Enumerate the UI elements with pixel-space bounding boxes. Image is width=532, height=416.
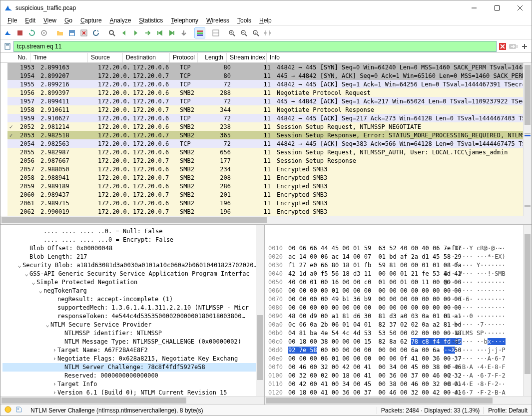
tree-item[interactable]: ⌄Security Blob: a181d63081d3a0030a0101a1…	[2, 261, 264, 270]
expand-icon[interactable]: ›	[51, 355, 57, 363]
tree-item[interactable]: ›Target Name: A67F2BA4E8F2	[2, 346, 264, 355]
close-file-button[interactable]	[78, 27, 89, 38]
packet-row[interactable]: 19562.899397172.20.0.7172.20.0.6SMB22881…	[7, 88, 532, 97]
capture-file-icon[interactable]	[15, 406, 26, 415]
hex-row[interactable]: 00d092 7e 58 00 00 00 00 00 00 00 00 6a …	[268, 346, 529, 355]
packet-row[interactable]: 20602.989437172.20.0.6172.20.0.7SMB22011…	[7, 190, 532, 199]
maximize-button[interactable]	[486, 0, 509, 15]
hex-row[interactable]: 008000 00 00 00 00 00 00 00 00 00 00 00 …	[268, 304, 529, 312]
capture-options-button[interactable]	[38, 27, 49, 38]
tree-item[interactable]: responseToken: 4e544c4d53535000020000001…	[2, 312, 264, 321]
tree-item[interactable]: .... .... .... ...0 = Encrypt: False	[2, 236, 264, 244]
tree-item[interactable]: Blob Length: 217	[2, 253, 264, 261]
hex-row[interactable]: 0030f1 27 e0 66 80 18 01 fb 59 81 00 00 …	[268, 261, 529, 270]
packet-details-pane[interactable]: .... .... .... ..0. = Null: False .... .…	[0, 225, 265, 405]
column-header[interactable]: Source	[88, 53, 123, 62]
packet-row[interactable]: 19532.899163172.20.0.7172.20.0.6TCP80114…	[7, 63, 532, 71]
packet-bytes-pane[interactable]: 001000 06 66 44 45 00 01 59 63 52 40 00 …	[265, 225, 532, 405]
display-filter-input[interactable]	[13, 41, 497, 52]
start-capture-button[interactable]	[2, 27, 13, 38]
hex-row[interactable]: 006000 00 00 00 01 00 00 00 00 00 00 00 …	[268, 287, 529, 295]
tree-item[interactable]: NTLM Server Challenge: 78c8f4fdf5927e58	[2, 363, 264, 372]
hex-row[interactable]: 007000 00 00 00 49 b1 36 b9 00 00 00 00 …	[268, 295, 529, 304]
tree-item[interactable]: Blob Offset: 0x00000048	[2, 244, 264, 253]
packet-row[interactable]: 19542.899207172.20.0.6172.20.0.7TCP80114…	[7, 71, 532, 80]
packet-row[interactable]: 19552.899216172.20.0.7172.20.0.6TCP72114…	[7, 80, 532, 88]
bytes-scrollbar[interactable]	[523, 225, 532, 396]
packet-row[interactable]: 19592.910627172.20.0.7172.20.0.6TCP72114…	[7, 114, 532, 122]
bytes-hscroll[interactable]	[265, 396, 532, 405]
menu-capture[interactable]: Capture	[76, 16, 106, 25]
column-header[interactable]: Protocol	[170, 53, 198, 62]
add-filter-button[interactable]	[520, 41, 530, 51]
menu-statistics[interactable]: Statistics	[135, 16, 167, 25]
go-first-button[interactable]	[154, 27, 165, 38]
collapse-icon[interactable]: ⌄	[37, 287, 43, 295]
packet-list-header[interactable]: No.TimeSourceDestinationProtocolLengthSt…	[0, 53, 532, 63]
clear-filter-button[interactable]	[498, 41, 508, 51]
packet-row[interactable]: 20572.988050172.20.0.7172.20.0.6SMB22341…	[7, 165, 532, 173]
zoom-out-button[interactable]	[238, 27, 249, 38]
go-forward-button[interactable]	[130, 27, 141, 38]
collapse-icon[interactable]: ⌄	[23, 270, 29, 278]
tree-item[interactable]: NTLM Message Type: NTLMSSP_CHALLENGE (0x…	[2, 338, 264, 346]
reload-button[interactable]	[90, 27, 101, 38]
column-header[interactable]: Destination	[123, 53, 170, 62]
hex-row[interactable]: 00a00c 06 0a 2b 06 01 04 01 82 37 02 02 …	[268, 321, 529, 329]
expand-icon[interactable]: ›	[51, 389, 57, 396]
bookmark-filter-icon[interactable]	[2, 41, 12, 51]
tree-item[interactable]: ⌄Simple Protected Negotiation	[2, 278, 264, 287]
column-header[interactable]: Length	[198, 53, 227, 62]
hex-row[interactable]: 001000 06 66 44 45 00 01 59 63 52 40 00 …	[268, 244, 529, 253]
packet-list-body[interactable]: 19532.899163172.20.0.7172.20.0.6TCP80114…	[0, 63, 532, 216]
packet-row[interactable]: ✓20522.981214172.20.0.7172.20.0.6SMB2238…	[7, 122, 532, 131]
find-button[interactable]	[106, 27, 117, 38]
hex-row[interactable]: 012000 18 00 41 00 36 00 37 00 46 00 32 …	[268, 389, 529, 396]
zoom-reset-button[interactable]: 1	[250, 27, 261, 38]
stop-capture-button[interactable]	[14, 27, 25, 38]
tree-item[interactable]: .... .... .... ..0. = Null: False	[2, 227, 264, 236]
expand-icon[interactable]: ›	[51, 380, 57, 389]
tree-item[interactable]: negResult: accept-incomplete (1)	[2, 295, 264, 304]
column-header[interactable]: Stream index	[227, 53, 267, 62]
packet-row[interactable]: 20612.989715172.20.0.7172.20.0.6SMB21961…	[7, 199, 532, 207]
hex-row[interactable]: 00c000 18 00 38 00 00 00 15 82 8a 62 78 …	[268, 338, 529, 346]
apply-filter-button[interactable]	[509, 41, 519, 51]
colorize-button[interactable]	[194, 27, 205, 38]
resize-columns-button[interactable]	[262, 27, 273, 38]
column-header[interactable]: Time	[30, 53, 88, 62]
auto-scroll-button[interactable]	[178, 27, 189, 38]
menu-file[interactable]: File	[3, 16, 21, 25]
tree-item[interactable]: ⌄negTokenTarg	[2, 287, 264, 295]
minimize-button[interactable]	[463, 0, 486, 15]
go-last-button[interactable]	[166, 27, 177, 38]
menu-edit[interactable]: Edit	[21, 16, 39, 25]
packet-row[interactable]: 19572.899411172.20.0.6172.20.0.7TCP72114…	[7, 97, 532, 105]
packet-row[interactable]: 20562.987667172.20.0.6172.20.0.7SMB21771…	[7, 156, 532, 165]
packet-row[interactable]: 19582.910611172.20.0.6172.20.0.7SMB23441…	[7, 105, 532, 114]
status-profile[interactable]: Profile: Default	[484, 407, 532, 414]
restart-capture-button[interactable]	[26, 27, 37, 38]
menu-help[interactable]: Help	[255, 16, 276, 25]
hex-row[interactable]: 00b004 81 ba 4e 54 4c 4d 53 53 50 00 02 …	[268, 329, 529, 338]
zoom-in-button[interactable]	[226, 27, 237, 38]
collapse-icon[interactable]: ⌄	[44, 321, 50, 329]
packet-row[interactable]: 20622.990019172.20.0.6172.20.0.7SMB21961…	[7, 207, 532, 216]
hex-row[interactable]: 0020ac 14 00 06 ac 14 00 07 01 bd af 2a …	[268, 253, 529, 261]
column-header[interactable]: Info	[267, 53, 532, 62]
open-file-button[interactable]	[54, 27, 65, 38]
details-hscroll[interactable]	[0, 396, 264, 405]
expand-icon[interactable]: ›	[51, 346, 57, 355]
hex-row[interactable]: 004042 1d a0 f5 56 18 d3 11 00 00 01 21 …	[268, 270, 529, 278]
hex-row[interactable]: 010000 32 00 02 00 18 00 41 00 36 00 37 …	[268, 372, 529, 380]
hex-row[interactable]: 011000 42 00 41 00 34 00 45 00 38 00 46 …	[268, 380, 529, 389]
collapse-icon[interactable]: ⌄	[30, 278, 36, 287]
tree-item[interactable]: ⌄GSS-API Generic Security Service Applic…	[2, 270, 264, 278]
tree-item[interactable]: supportedMech: 1.3.6.1.4.1.311.2.2.10 (N…	[2, 304, 264, 312]
go-back-button[interactable]	[118, 27, 129, 38]
packet-row[interactable]: ✓20532.982518172.20.0.6172.20.0.7SMB2365…	[7, 131, 532, 139]
menu-analyze[interactable]: Analyze	[106, 16, 135, 25]
packet-row[interactable]: 20542.982563172.20.0.7172.20.0.6TCP72114…	[7, 139, 532, 148]
save-file-button[interactable]	[66, 27, 77, 38]
menu-tools[interactable]: Tools	[233, 16, 255, 25]
